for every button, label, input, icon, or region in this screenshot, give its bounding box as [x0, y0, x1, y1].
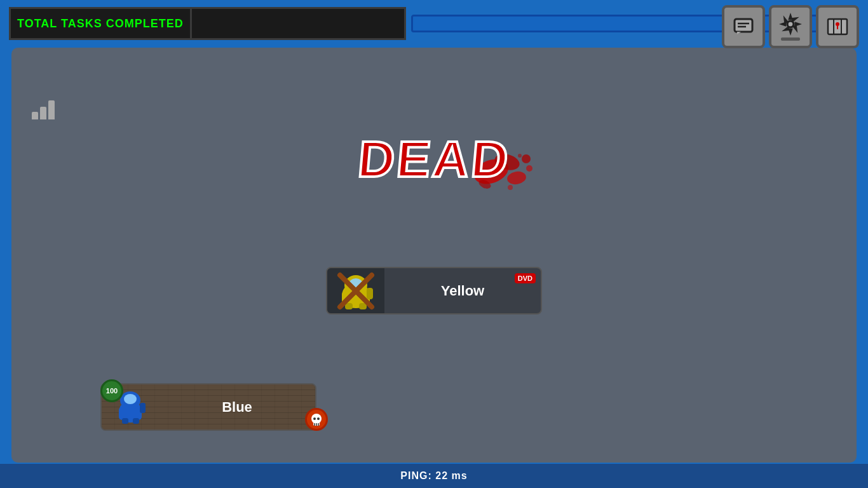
yellow-player-name: Yellow [384, 283, 541, 299]
chat-button[interactable] [722, 5, 765, 48]
signal-bars-icon [32, 100, 55, 119]
skull-badge [305, 408, 328, 431]
svg-rect-40 [133, 418, 139, 424]
task-bar-progress-box [192, 7, 406, 40]
svg-point-17 [518, 154, 522, 158]
yellow-avatar-box [327, 267, 384, 315]
blue-level-badge: 100 [100, 379, 123, 402]
dvd-badge: DVD [515, 273, 536, 283]
player-card-yellow: Yellow DVD [326, 267, 542, 315]
ping-bar: PING: 22 ms [0, 464, 868, 488]
player-card-blue: Blue [100, 383, 316, 431]
svg-rect-39 [122, 418, 128, 424]
skull-icon [309, 412, 323, 426]
chat-icon [732, 15, 755, 38]
game-area: DEAD [11, 48, 857, 463]
svg-point-30 [317, 417, 320, 420]
game-frame: TOTAL TASKS COMPLETED [0, 0, 868, 488]
settings-button[interactable] [769, 5, 812, 48]
svg-point-37 [124, 394, 137, 404]
task-bar-label: TOTAL TASKS COMPLETED [17, 17, 184, 30]
svg-point-27 [311, 414, 322, 424]
svg-rect-0 [735, 19, 752, 32]
top-right-buttons [722, 5, 859, 48]
svg-point-13 [522, 154, 531, 163]
ping-text: PING: 22 ms [400, 470, 467, 482]
task-bar-label-box: TOTAL TASKS COMPLETED [9, 7, 192, 40]
dead-text: DEAD [356, 130, 513, 189]
svg-point-29 [313, 417, 316, 420]
map-button[interactable] [816, 5, 859, 48]
blue-player-name: Blue [159, 399, 315, 416]
svg-rect-22 [367, 288, 373, 299]
svg-point-8 [836, 22, 839, 26]
yellow-crewmate-avatar [334, 269, 378, 313]
svg-rect-38 [140, 403, 146, 413]
dead-text-container: DEAD [358, 130, 510, 189]
gear-icon [779, 13, 802, 36]
task-bar-container: TOTAL TASKS COMPLETED [9, 7, 406, 40]
settings-notch [781, 37, 800, 41]
map-icon [826, 15, 849, 38]
svg-point-14 [526, 165, 532, 172]
